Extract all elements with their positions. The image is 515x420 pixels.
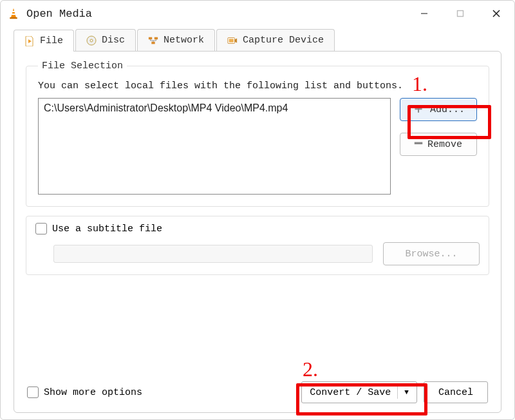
window-title: Open Media <box>26 8 92 20</box>
convert-save-button[interactable]: Convert / Save ▼ <box>301 381 417 403</box>
svg-rect-13 <box>151 41 154 44</box>
browse-button-label: Browse... <box>405 249 457 260</box>
vlc-cone-icon <box>7 7 20 20</box>
cancel-label: Cancel <box>438 387 473 398</box>
file-selection-group: File Selection You can select local file… <box>26 61 489 207</box>
subtitle-label: Use a subtitle file <box>52 224 162 234</box>
subtitle-path-input[interactable] <box>53 245 373 263</box>
cancel-button[interactable]: Cancel <box>424 381 488 403</box>
tab-network[interactable]: Network <box>137 29 215 51</box>
file-side-buttons: ＋ Add... ━ Remove <box>400 98 477 156</box>
add-button[interactable]: ＋ Add... <box>400 98 477 121</box>
file-icon <box>24 36 35 46</box>
tab-network-label: Network <box>164 35 204 46</box>
file-selection-help: You can select local files with the foll… <box>38 81 477 91</box>
svg-rect-15 <box>229 39 234 42</box>
chevron-down-icon[interactable]: ▼ <box>404 388 409 396</box>
add-button-label: Add... <box>430 104 465 115</box>
tabs: File Disc Network Capture Device <box>14 29 501 51</box>
svg-marker-16 <box>235 38 238 43</box>
svg-rect-12 <box>154 37 158 39</box>
file-selection-legend: File Selection <box>38 61 127 72</box>
plus-icon: ＋ <box>412 103 425 116</box>
remove-button-label: Remove <box>427 139 462 150</box>
open-media-window: Open Media File <box>0 0 515 420</box>
subtitle-check-row[interactable]: Use a subtitle file <box>35 223 480 234</box>
tab-panel: File Selection You can select local file… <box>14 51 501 413</box>
svg-rect-5 <box>458 11 464 17</box>
subtitle-checkbox[interactable] <box>35 223 47 234</box>
browse-button[interactable]: Browse... <box>383 242 480 265</box>
svg-rect-3 <box>10 17 17 19</box>
capture-icon <box>227 35 238 46</box>
tab-file[interactable]: File <box>14 30 74 52</box>
svg-rect-11 <box>149 37 152 39</box>
disc-icon <box>86 35 97 46</box>
show-more-row[interactable]: Show more options <box>27 387 142 398</box>
file-list[interactable]: C:\Users\Administrator\Desktop\MP4 Video… <box>38 98 391 195</box>
show-more-checkbox[interactable] <box>27 387 39 398</box>
content-area: File Disc Network Capture Device <box>1 26 514 419</box>
maximize-button[interactable] <box>442 1 478 26</box>
divider <box>397 386 398 399</box>
close-button[interactable] <box>478 1 514 26</box>
subtitle-group: Use a subtitle file Browse... <box>26 216 489 275</box>
svg-point-10 <box>90 39 93 42</box>
tab-capture[interactable]: Capture Device <box>216 29 335 51</box>
svg-rect-1 <box>12 11 15 12</box>
tab-disc[interactable]: Disc <box>75 29 136 51</box>
tab-capture-label: Capture Device <box>243 35 324 46</box>
footer-bar: Show more options Convert / Save ▼ Cance… <box>26 377 489 407</box>
minus-icon: ━ <box>415 138 422 151</box>
network-icon <box>148 35 158 46</box>
svg-marker-0 <box>11 8 16 18</box>
file-row: C:\Users\Administrator\Desktop\MP4 Video… <box>38 98 477 195</box>
minimize-button[interactable] <box>406 1 442 26</box>
window-controls <box>406 1 514 26</box>
svg-rect-2 <box>12 14 16 15</box>
subtitle-browse-row: Browse... <box>35 242 480 265</box>
convert-save-label: Convert / Save <box>310 387 391 398</box>
titlebar: Open Media <box>1 1 514 26</box>
show-more-label: Show more options <box>44 387 142 398</box>
tab-file-label: File <box>40 35 63 46</box>
list-item[interactable]: C:\Users\Administrator\Desktop\MP4 Video… <box>44 102 385 114</box>
remove-button[interactable]: ━ Remove <box>400 133 477 156</box>
tab-disc-label: Disc <box>102 35 125 46</box>
